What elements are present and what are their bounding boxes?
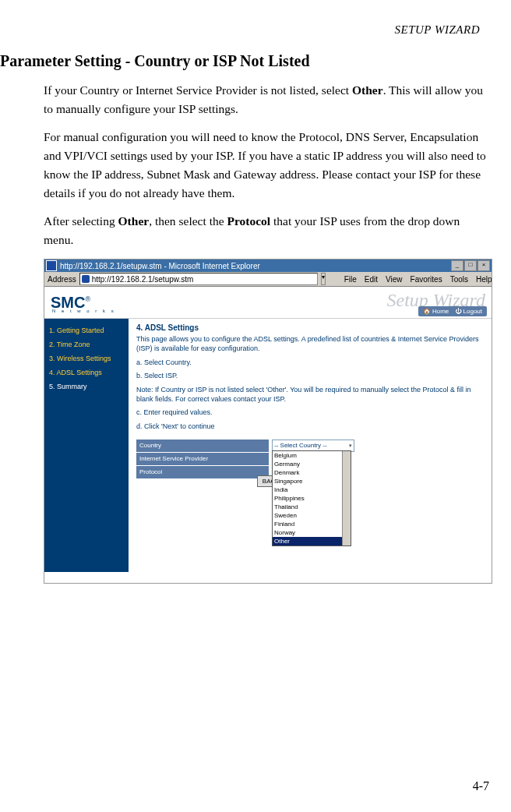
panel-step-a: a. Select Country. [136,358,484,368]
panel-step-d: d. Click 'Next' to continue [136,422,484,432]
p3-text-b: , then select the [149,214,227,228]
form-area: Country Internet Service Provider Protoc… [136,440,484,482]
label-protocol: Protocol [136,466,269,479]
option-thailand[interactable]: Thailand [273,503,351,511]
body-paragraph-2: For manual configuration you will need t… [44,128,488,203]
option-norway[interactable]: Norway [273,528,351,537]
form-controls: -- Select Country -- ▾ ▾ ▾ Belgium Germa… [269,440,354,482]
panel-intro: This page allows you to configure the AD… [136,335,484,353]
panel-note: Note: If Country or ISP is not listed se… [136,386,484,404]
page-icon [82,275,90,283]
p1-text-a: If your Country or Internet Service Prov… [44,83,352,97]
ie-icon [46,260,57,271]
p3-bold2: Protocol [227,214,270,228]
logo-reg: ® [85,295,90,303]
option-finland[interactable]: Finland [273,520,351,528]
panel-step-c: c. Enter required values. [136,408,484,418]
sidebar-item-adsl[interactable]: 4. ADSL Settings [44,365,129,380]
option-germany[interactable]: Germany [273,460,351,468]
page-number: 4-7 [473,779,489,793]
p2-text: For manual configuration you will need t… [44,128,488,203]
page-header: SETUP WIZARD [0,23,488,37]
chevron-down-icon: ▾ [349,441,352,450]
address-dropdown-icon[interactable]: ▾ [321,273,326,285]
menu-bar: File Edit View Favorites Tools Help [329,275,492,284]
option-india[interactable]: India [273,485,351,494]
option-belgium[interactable]: Belgium [273,451,351,460]
address-value: http://192.168.2.1/setupw.stm [92,275,194,284]
menu-favorites[interactable]: Favorites [411,275,442,284]
menu-file[interactable]: File [344,275,357,284]
page-heading: Parameter Setting - Country or ISP Not L… [0,52,488,70]
menu-help[interactable]: Help [476,275,492,284]
p3-bold1: Other [118,214,150,228]
sidebar-item-time-zone[interactable]: 2. Time Zone [44,337,129,351]
brand-bar: SMC® N e t w o r k s Setup Wizard 🏠 Home… [44,287,492,319]
sidebar-item-wireless[interactable]: 3. Wireless Settings [44,351,129,365]
logout-link[interactable]: ⏻ Logout [455,308,482,315]
address-label: Address [48,275,76,284]
top-links: 🏠 Home ⏻ Logout [418,306,487,316]
option-other[interactable]: Other [273,537,351,545]
country-dropdown[interactable]: Belgium Germany Denmark Singapore India … [272,450,351,546]
panel-step-b: b. Select ISP. [136,372,484,381]
close-button[interactable]: × [478,260,490,271]
panel-title: 4. ADSL Settings [136,323,484,332]
option-sweden[interactable]: Sweden [273,511,351,520]
form-labels: Country Internet Service Provider Protoc… [136,440,269,482]
p1-bold: Other [352,83,383,97]
option-philippines[interactable]: Philippines [273,494,351,503]
p3-text-a: After selecting [44,214,118,228]
body-paragraph-1: If your Country or Internet Service Prov… [44,81,488,118]
minimize-button[interactable]: _ [451,260,463,271]
sidebar-item-summary[interactable]: 5. Summary [44,380,129,394]
label-isp: Internet Service Provider [136,453,269,466]
home-link-label: Home [432,308,449,315]
country-selected: -- Select Country -- [274,441,327,450]
menu-tools[interactable]: Tools [450,275,468,284]
menu-view[interactable]: View [386,275,403,284]
dropdown-scrollbar[interactable] [342,451,351,545]
window-titlebar: http://192.168.2.1/setupw.stm - Microsof… [44,259,492,272]
address-input[interactable]: http://192.168.2.1/setupw.stm [79,273,318,285]
home-link[interactable]: 🏠 Home [423,308,449,315]
option-denmark[interactable]: Denmark [273,468,351,477]
maximize-button[interactable]: □ [464,260,477,271]
embedded-screenshot: http://192.168.2.1/setupw.stm - Microsof… [44,259,492,584]
body-paragraph-3: After selecting Other, then select the P… [44,212,488,249]
address-bar: Address http://192.168.2.1/setupw.stm ▾ … [44,272,492,287]
option-singapore[interactable]: Singapore [273,477,351,485]
label-country: Country [136,440,269,453]
main-panel: 4. ADSL Settings This page allows you to… [129,319,492,572]
menu-edit[interactable]: Edit [365,275,378,284]
sidebar: 1. Getting Started 2. Time Zone 3. Wirel… [44,319,129,572]
sidebar-item-getting-started[interactable]: 1. Getting Started [44,323,129,337]
window-title: http://192.168.2.1/setupw.stm - Microsof… [60,262,260,270]
logo-subtext: N e t w o r k s [52,309,116,313]
logout-link-label: Logout [463,308,482,315]
